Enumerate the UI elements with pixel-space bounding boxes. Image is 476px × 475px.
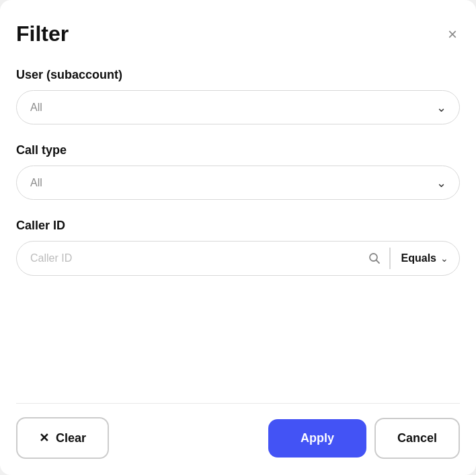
clear-button[interactable]: ✕ Clear bbox=[16, 417, 109, 459]
x-icon: ✕ bbox=[39, 431, 49, 445]
clear-label: Clear bbox=[56, 431, 86, 445]
user-section-label: User (subaccount) bbox=[16, 68, 460, 82]
caller-id-section: Caller ID Equals ⌄ bbox=[16, 219, 460, 276]
filter-dialog: Filter × User (subaccount) All ⌄ Call ty… bbox=[0, 0, 476, 475]
apply-button[interactable]: Apply bbox=[268, 419, 366, 458]
caller-id-row: Equals ⌄ bbox=[16, 241, 460, 276]
caller-id-input[interactable] bbox=[17, 242, 365, 275]
user-select-wrapper: All ⌄ bbox=[16, 90, 460, 124]
equals-dropdown[interactable]: Equals ⌄ bbox=[391, 252, 459, 264]
dialog-header: Filter × bbox=[16, 22, 460, 46]
search-icon bbox=[365, 252, 389, 265]
caller-id-label: Caller ID bbox=[16, 219, 460, 233]
close-button[interactable]: × bbox=[445, 24, 460, 45]
equals-label: Equals bbox=[401, 252, 436, 264]
svg-line-1 bbox=[376, 260, 380, 264]
cancel-button[interactable]: Cancel bbox=[374, 418, 460, 459]
chevron-down-icon: ⌄ bbox=[440, 253, 448, 264]
call-type-section: Call type All ⌄ bbox=[16, 143, 460, 200]
user-select[interactable]: All bbox=[16, 90, 460, 124]
dialog-title: Filter bbox=[16, 22, 69, 46]
call-type-select-wrapper: All ⌄ bbox=[16, 166, 460, 200]
call-type-label: Call type bbox=[16, 143, 460, 157]
close-icon: × bbox=[448, 26, 457, 42]
footer-right-buttons: Apply Cancel bbox=[268, 418, 460, 459]
user-section: User (subaccount) All ⌄ bbox=[16, 68, 460, 124]
footer: ✕ Clear Apply Cancel bbox=[16, 403, 460, 475]
call-type-select[interactable]: All bbox=[16, 166, 460, 200]
